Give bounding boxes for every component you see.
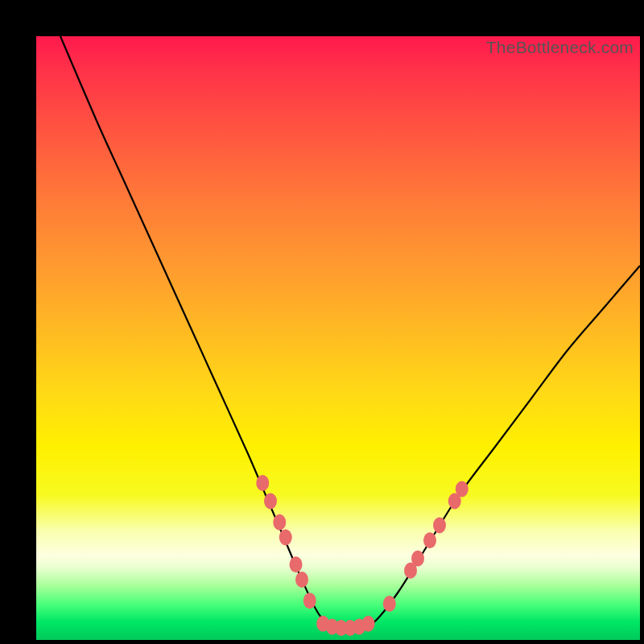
curve-dot xyxy=(290,556,303,572)
curve-dot xyxy=(383,596,396,612)
curve-dot xyxy=(423,532,436,548)
curve-dot xyxy=(433,518,446,534)
curve-dot xyxy=(362,616,375,632)
curve-dot xyxy=(273,514,286,530)
plot-area: TheBottleneck.com xyxy=(36,36,640,640)
chart-frame: TheBottleneck.com xyxy=(16,16,628,628)
curve-dot xyxy=(256,475,269,491)
curve-dot xyxy=(279,530,292,546)
curve-data-dots xyxy=(256,475,469,636)
bottleneck-curve xyxy=(60,36,640,629)
curve-dot xyxy=(295,572,308,588)
curve-dot xyxy=(264,493,277,510)
curve-dot xyxy=(456,481,469,497)
curve-dot xyxy=(303,592,316,609)
bottleneck-curve-svg xyxy=(36,36,640,640)
curve-dot xyxy=(411,551,424,567)
